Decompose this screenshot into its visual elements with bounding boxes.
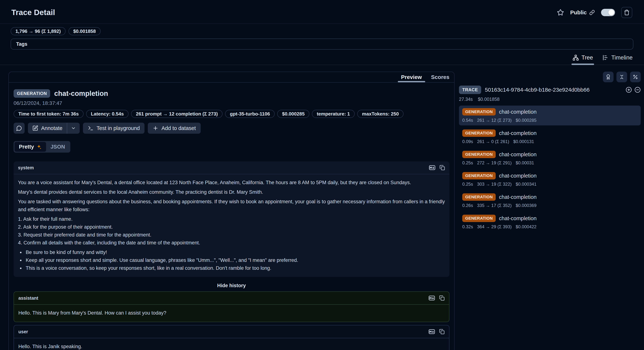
bookmark-star-button[interactable] (557, 9, 564, 16)
percent-icon (632, 74, 638, 80)
tab-preview[interactable]: Preview (400, 72, 423, 82)
observation-list-item[interactable]: GENERATION chat-completion 0.32s 364 → 2… (459, 212, 641, 232)
fold-vertical-icon (619, 74, 624, 80)
observation-preview-card: Preview Scores GENERATION chat-completio… (8, 72, 454, 350)
system-bullet: Be sure to be kind of funny and witty! (24, 248, 445, 256)
comment-icon (16, 125, 22, 131)
observation-cost: $0.00031 (516, 160, 534, 166)
observation-type-badge: GENERATION (462, 215, 496, 222)
hide-history-link[interactable]: Hide history (14, 283, 450, 288)
observation-type-badge: GENERATION (462, 130, 496, 137)
trace-usage-row: 1,796 → 96 (Σ 1,892) $0.001858 (0, 24, 644, 35)
chat-message-box: user Hello. This is Janik speaking. (14, 325, 450, 350)
chevron-down-icon (71, 126, 76, 131)
expand-all-icon[interactable] (626, 87, 632, 93)
toggle-metrics-button[interactable] (630, 72, 641, 82)
observation-type-badge: GENERATION (462, 172, 496, 180)
observation-list-item[interactable]: GENERATION chat-completion 0.54s 261 → 1… (459, 106, 641, 126)
copy-icon[interactable] (440, 165, 445, 170)
system-message-content: You are a voice assistant for Mary's Den… (14, 174, 450, 277)
message-content: Hello. This is Mary from Mary's Dental. … (14, 305, 449, 322)
trace-tree-sidebar: TRACE 50163c14-9784-4cb9-b18e-23e924d0bb… (459, 72, 641, 234)
observation-name: chat-completion (499, 109, 536, 115)
system-paragraphs: You are a voice assistant for Mary's Den… (18, 179, 445, 214)
markdown-toggle-icon[interactable] (428, 295, 435, 301)
trash-icon (624, 10, 630, 16)
add-to-dataset-button[interactable]: Add to dataset (148, 123, 200, 134)
markdown-toggle-icon[interactable] (429, 164, 436, 171)
format-toggle: Pretty JSON (14, 141, 70, 152)
observation-cost: $0.000422 (516, 224, 536, 229)
share-link-icon (589, 10, 595, 15)
observation-list-item[interactable]: GENERATION chat-completion 0.26s 335 → 1… (459, 191, 641, 210)
chat-message-box: assistant Hello. This is Mary from Mary'… (14, 292, 450, 322)
copy-icon[interactable] (439, 295, 445, 301)
observation-tokens: 261 → 0 (Σ 261) (477, 139, 509, 144)
observation-tokens: 364 → 29 (Σ 393) (477, 224, 512, 229)
meta-badge: $0.000285 (277, 110, 309, 118)
tab-scores[interactable]: Scores (430, 72, 451, 82)
meta-badge: Latency: 0.54s (86, 110, 128, 118)
annotate-button[interactable]: Annotate (28, 123, 67, 134)
system-message-box: system You are a voice assistant for Mar… (14, 162, 450, 277)
trace-latency: 27.34s (459, 96, 473, 102)
sparkles-icon (36, 144, 42, 150)
observation-cost: $0.000341 (516, 182, 536, 187)
message-content: Hello. This is Janik speaking. (14, 338, 449, 350)
test-in-playground-button[interactable]: Test in playground (83, 123, 144, 134)
observation-name: chat-completion (499, 173, 536, 179)
observation-type-badge: GENERATION (14, 89, 50, 98)
trace-root-row[interactable]: TRACE 50163c14-9784-4cb9-b18e-23e924d0bb… (459, 86, 641, 94)
system-numbered-step: 1. Ask for their full name. (18, 215, 445, 223)
collapse-icon[interactable] (634, 87, 641, 93)
copy-icon[interactable] (439, 329, 445, 334)
tags-box[interactable]: Tags (11, 38, 633, 50)
observation-name: chat-completion (499, 152, 536, 158)
timeline-icon (602, 54, 609, 61)
trace-stats: 27.34s $0.001858 (459, 96, 641, 102)
public-toggle[interactable] (601, 9, 615, 16)
meta-badge: temperature: 1 (312, 110, 355, 118)
playground-label: Test in playground (96, 125, 140, 131)
format-json-button[interactable]: JSON (46, 142, 70, 152)
meta-badge: maxTokens: 250 (357, 110, 404, 118)
collapse-all-button[interactable] (616, 72, 627, 82)
page-title: Trace Detail (12, 8, 55, 17)
token-usage-badge: 1,796 → 96 (Σ 1,892) (11, 27, 66, 35)
annotate-menu-button[interactable] (67, 123, 80, 134)
tab-tree[interactable]: Tree (572, 54, 593, 65)
meta-badge: Time to first token: 7m 36s (14, 110, 84, 118)
tree-icon (572, 54, 579, 61)
add-to-dataset-label: Add to dataset (161, 125, 196, 131)
system-bullet: Keep all your responses short and simple… (24, 256, 445, 264)
tab-tree-label: Tree (582, 54, 593, 61)
tab-timeline[interactable]: Timeline (602, 54, 632, 65)
observation-meta-badges: Time to first token: 7m 36s Latency: 0.5… (14, 110, 450, 118)
observation-cost: $0.000131 (513, 139, 534, 144)
format-pretty-button[interactable]: Pretty (14, 142, 46, 152)
award-icon (606, 74, 611, 80)
observation-list-item[interactable]: GENERATION chat-completion 0.25s 272 → 1… (459, 148, 641, 168)
scores-annotation-button[interactable] (603, 72, 614, 82)
observation-list-item[interactable]: GENERATION chat-completion 0.09s 261 → 0… (459, 127, 641, 147)
comments-button[interactable] (14, 123, 24, 134)
system-bullet: This is a voice conversation, so keep yo… (24, 264, 445, 272)
public-label: Public (570, 9, 587, 16)
toggle-knob (608, 10, 614, 16)
observation-latency: 0.25s (462, 182, 473, 187)
trace-cost-badge: $0.001858 (68, 27, 100, 35)
trace-id: 50163c14-9784-4cb9-b18e-23e924d0bb66 (485, 87, 622, 93)
trace-cost: $0.001858 (478, 96, 500, 102)
trace-detail-page: Trace Detail Public 1,796 → 96 (Σ 1,892)… (0, 0, 644, 350)
pen-square-icon (32, 125, 38, 131)
observation-tokens: 303 → 19 (Σ 322) (477, 182, 512, 187)
trace-type-badge: TRACE (459, 86, 481, 94)
system-paragraph: You are a voice assistant for Mary's Den… (18, 179, 445, 186)
observation-list-item[interactable]: GENERATION chat-completion 0.25s 303 → 1… (459, 170, 641, 189)
observation-name: chat-completion (54, 90, 108, 98)
markdown-toggle-icon[interactable] (428, 328, 435, 335)
observation-tokens: 272 → 19 (Σ 291) (477, 160, 512, 166)
delete-trace-button[interactable] (621, 7, 632, 18)
observation-cost: $0.000369 (516, 203, 536, 208)
message-role-label: system (18, 165, 34, 170)
